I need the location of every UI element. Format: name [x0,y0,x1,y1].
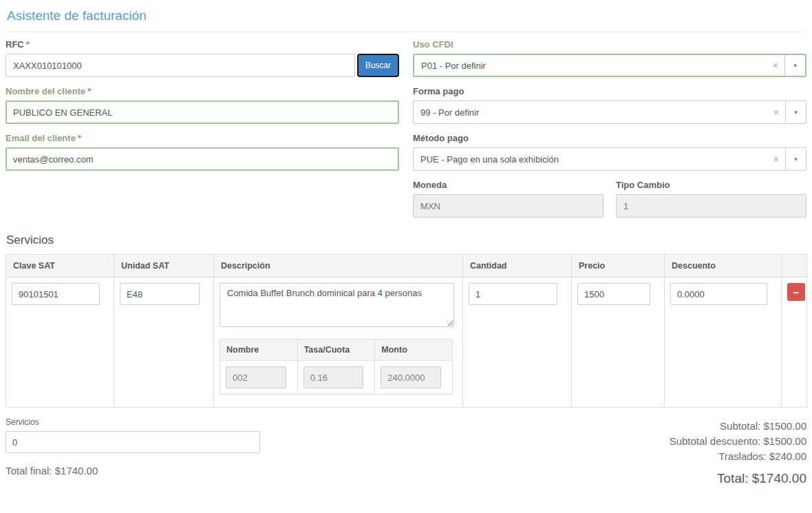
col-actions [782,255,807,278]
summary-left: Servicios Total final: $1740.00 [6,417,267,486]
taxes-table: Nombre Tasa/Cuota Monto [220,339,453,395]
unidad-sat-cell [114,278,214,408]
services-count-label: Servicios [6,417,267,427]
client-email-label-text: Email del cliente [6,133,76,143]
uso-cfdi-group: Uso CFDI P01 - Por definir × ▼ [413,39,806,77]
payment-column: Uso CFDI P01 - Por definir × ▼ Forma pag… [413,39,806,227]
search-button[interactable]: Buscar [357,54,399,77]
client-email-group: Email del cliente* [6,133,399,171]
rfc-input-group: Buscar [6,54,399,77]
col-unidad-sat: Unidad SAT [114,255,214,278]
col-clave-sat: Clave SAT [6,255,114,278]
currency-row: Moneda Tipo Cambio [413,180,806,227]
col-cantidad: Cantidad [463,255,572,278]
col-tax-monto: Monto [375,339,453,361]
rfc-label-text: RFC [6,39,24,50]
client-name-input[interactable] [6,101,399,124]
chevron-down-icon[interactable]: ▼ [786,156,806,163]
metodo-pago-group: Método pago PUE - Pago en una sola exhib… [413,133,806,171]
required-mark: * [78,133,81,143]
services-header-row: Clave SAT Unidad SAT Descripción Cantida… [6,255,807,278]
tax-tasa-cuota-input [303,366,364,388]
services-heading: Servicios [6,233,806,247]
service-row: Comida Buffet Brunch dominical para 4 pe… [6,278,807,408]
customer-column: RFC* Buscar Nombre del cliente* Email de… [6,39,399,227]
tax-row [220,361,453,395]
title-divider [6,32,806,32]
cantidad-input[interactable] [469,283,557,305]
descuento-input[interactable] [670,283,767,305]
forma-pago-group: Forma pago 99 - Por definir × ▼ [413,86,806,124]
descripcion-cell: Comida Buffet Brunch dominical para 4 pe… [214,278,463,408]
remove-row-button[interactable]: − [787,283,805,301]
metodo-pago-label: Método pago [413,133,806,143]
moneda-group: Moneda [413,180,603,218]
page-title: Asistente de facturación [7,8,806,23]
precio-cell [572,278,665,408]
clave-sat-cell [6,278,114,408]
forma-pago-selected-value: 99 - Por definir [414,107,767,118]
clear-icon[interactable]: × [767,154,785,164]
col-precio: Precio [572,255,665,278]
col-tax-nombre: Nombre [220,339,298,361]
clear-icon[interactable]: × [767,107,785,117]
client-name-label: Nombre del cliente* [6,86,399,96]
chevron-down-icon[interactable]: ▼ [786,109,806,116]
uso-cfdi-selected-value: P01 - Por definir [414,61,767,71]
tipo-cambio-label: Tipo Cambio [616,180,806,190]
moneda-label: Moneda [413,180,603,190]
required-mark: * [87,86,91,96]
taxes-header-row: Nombre Tasa/Cuota Monto [220,339,453,361]
descuento-cell [665,278,782,408]
required-mark: * [26,39,30,50]
services-count-input[interactable] [6,431,260,453]
col-descuento: Descuento [665,255,782,278]
total-final-text: Total final: $1740.00 [6,465,267,477]
summary-section: Servicios Total final: $1740.00 Subtotal… [6,417,806,486]
tax-monto-input [381,366,441,388]
cantidad-cell [463,278,572,408]
moneda-input [413,194,603,218]
top-form: RFC* Buscar Nombre del cliente* Email de… [6,39,806,227]
subtotal-text: Subtotal: $1500.00 [670,419,806,434]
client-name-group: Nombre del cliente* [6,86,399,124]
tipo-cambio-input [616,194,806,218]
rfc-label: RFC* [6,39,399,50]
tax-tasa-cuota-cell [297,361,375,395]
tipo-cambio-group: Tipo Cambio [616,180,806,218]
clave-sat-input[interactable] [12,283,100,305]
col-tax-tasa-cuota: Tasa/Cuota [297,339,375,361]
tax-monto-cell [375,361,453,395]
col-descripcion: Descripción [214,255,463,278]
tax-nombre-input [226,366,286,388]
uso-cfdi-label: Uso CFDI [413,39,806,50]
client-name-label-text: Nombre del cliente [6,86,85,96]
subtotal-descuento-text: Subtotal descuento: $1500.00 [670,434,806,449]
client-email-input[interactable] [6,147,399,171]
forma-pago-label: Forma pago [413,86,806,96]
traslados-text: Traslados: $240.00 [670,449,806,464]
descripcion-textarea[interactable]: Comida Buffet Brunch dominical para 4 pe… [220,283,454,327]
minus-icon: − [793,286,800,298]
billing-assistant-page: Asistente de facturación RFC* Buscar Nom… [0,0,812,513]
clear-icon[interactable]: × [767,61,784,70]
tax-nombre-cell [220,361,298,395]
rfc-input[interactable] [6,54,355,77]
forma-pago-select[interactable]: 99 - Por definir × ▼ [413,101,806,124]
uso-cfdi-select[interactable]: P01 - Por definir × ▼ [413,54,806,77]
client-email-label: Email del cliente* [6,133,399,143]
row-actions-cell: − [782,278,807,408]
precio-input[interactable] [577,283,650,305]
unidad-sat-input[interactable] [120,283,200,305]
summary-right: Subtotal: $1500.00 Subtotal descuento: $… [670,417,806,486]
total-text: Total: $1740.00 [670,471,806,486]
rfc-group: RFC* Buscar [6,39,399,77]
chevron-down-icon[interactable]: ▼ [785,63,805,69]
metodo-pago-select[interactable]: PUE - Pago en una sola exhibición × ▼ [413,147,806,171]
metodo-pago-selected-value: PUE - Pago en una sola exhibición [414,154,767,165]
services-table: Clave SAT Unidad SAT Descripción Cantida… [6,254,807,408]
